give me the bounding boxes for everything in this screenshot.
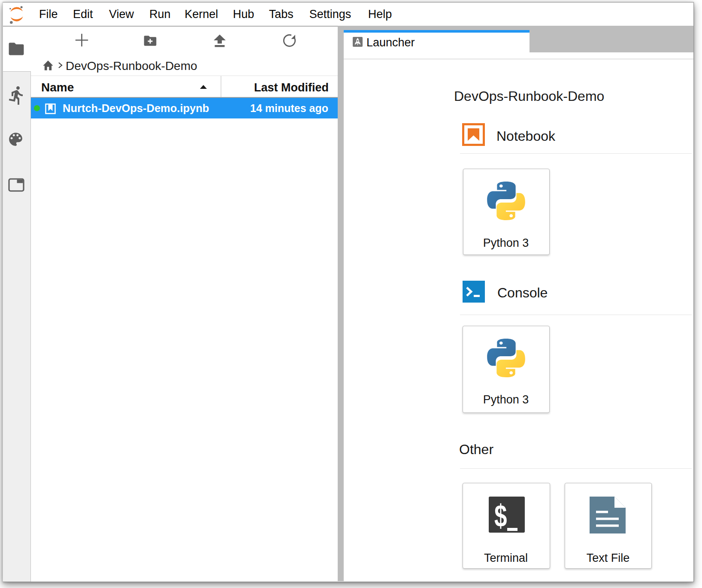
svg-text:$: $: [494, 498, 507, 533]
